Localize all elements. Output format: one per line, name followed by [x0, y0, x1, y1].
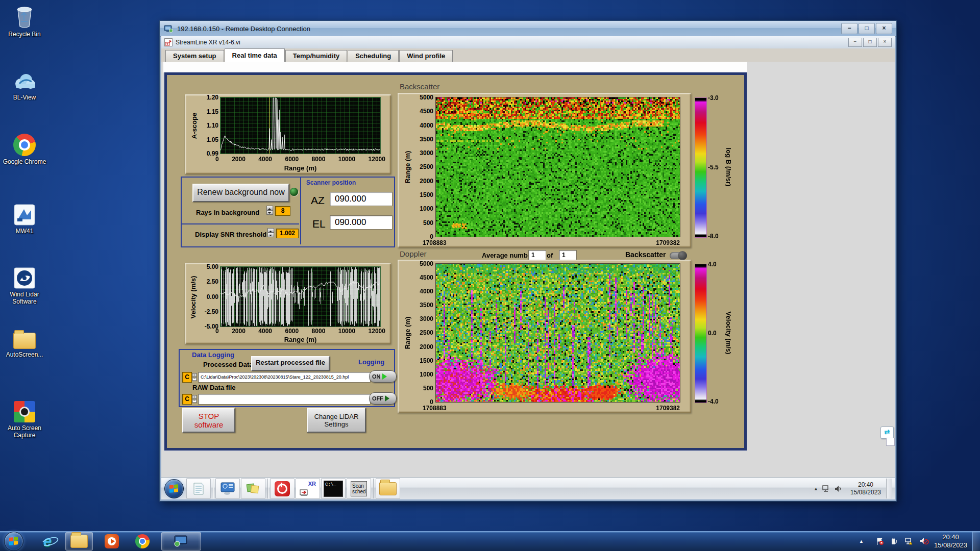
raw-logging-toggle[interactable]: OFF [369, 392, 397, 405]
change-lidar-settings-button[interactable]: Change LiDAR Settings [307, 408, 366, 433]
tab-scheduling[interactable]: Scheduling [348, 50, 399, 62]
snr-spinner[interactable] [267, 228, 274, 237]
app-window-title: StreamLine XR v14-6.vi [176, 39, 240, 46]
ascope-plot-panel: A-scope 1.201.151.101.050.99 02000400060… [185, 94, 391, 174]
spinner-up-icon[interactable] [266, 206, 273, 210]
streamline-app-window: StreamLine XR v14-6.vi − □ × System setu… [161, 36, 895, 499]
tab-real-time-data[interactable]: Real time data [225, 48, 285, 62]
remote-taskbar-command-prompt[interactable]: C:\_ [321, 478, 346, 499]
desktop: Recycle Bin BL-View Google Chrome MW41 W… [0, 0, 980, 551]
host-clock[interactable]: 20:40 15/08/2023 [934, 533, 967, 549]
desktop-icon-recycle-bin[interactable]: Recycle Bin [2, 5, 47, 38]
taskbar-internet-explorer[interactable]: e [36, 533, 59, 550]
backscatter-time-axis: 1708883 1709382 [423, 239, 680, 246]
stop-software-button[interactable]: STOP software [182, 408, 235, 433]
remote-clock: 20:40 15/08/2023 [850, 481, 881, 496]
tray-expand-icon[interactable]: ▲ [859, 539, 864, 544]
processed-drive-box[interactable]: C [182, 372, 192, 383]
remote-speaker-icon[interactable] [835, 485, 842, 492]
backscatter-toggle[interactable] [670, 252, 687, 259]
rdp-title-bar[interactable]: 192.168.0.150 - Remote Desktop Connectio… [160, 21, 896, 37]
remote-taskbar-explorer[interactable] [376, 478, 400, 499]
raw-drive-box[interactable]: C [182, 394, 192, 405]
connection-helper-icon[interactable]: ⇄ [880, 427, 894, 439]
tab-system-setup[interactable]: System setup [165, 50, 224, 62]
spinner-down-icon[interactable] [267, 233, 274, 237]
speaker-muted-icon[interactable] [920, 537, 929, 545]
of-label: of [547, 252, 553, 259]
renew-background-button[interactable]: Renew background now [192, 184, 289, 202]
desktop-icon-mw41[interactable]: MW41 [2, 204, 47, 235]
average-total-field[interactable]: 1 [559, 250, 577, 261]
backscatter-colorbar-title: log B (/m/sr) [725, 132, 732, 203]
remote-taskbar-scan-scheduler[interactable]: Scan sched [347, 478, 371, 499]
app-title-bar[interactable]: StreamLine XR v14-6.vi − □ × [161, 36, 895, 49]
app-restore-button[interactable]: □ [863, 38, 877, 47]
doppler-y-axis-label: Range (m) [404, 297, 411, 369]
show-desktop-button[interactable] [972, 532, 980, 551]
taskbar-chrome[interactable] [131, 533, 154, 550]
minimize-button[interactable]: − [841, 23, 857, 34]
el-value-field[interactable]: 090.000 [330, 215, 393, 230]
tick-label: 8000 [312, 156, 326, 162]
snr-value-field[interactable]: 1.002 [276, 229, 299, 238]
remote-taskbar-sticky-notes[interactable] [241, 478, 265, 499]
colorbar-min: -4.0 [708, 398, 725, 405]
taskbar-media-player[interactable] [100, 533, 124, 550]
desktop-icon-auto-screen-capture[interactable]: Auto Screen Capture [2, 401, 47, 439]
desktop-icon-label: Recycle Bin [8, 31, 40, 38]
tick-label: 3000 [420, 150, 433, 156]
desktop-icon-autoscreen-folder[interactable]: AutoScreen... [2, 333, 47, 358]
az-value-field[interactable]: 090.000 [330, 192, 393, 206]
tick-label: 2.50 [207, 279, 218, 285]
remote-network-icon[interactable] [822, 485, 830, 492]
folder-browse-icon[interactable] [192, 395, 197, 403]
backscatter-heatmap [436, 97, 680, 237]
start-button[interactable] [4, 532, 23, 551]
processed-path-field[interactable]: C:\Lidar\Data\Proc\2023\202308\20230815\… [198, 372, 371, 383]
rays-value-field[interactable]: 8 [275, 206, 290, 216]
remote-taskbar-notepad[interactable] [186, 478, 211, 499]
rays-spinner[interactable] [266, 206, 273, 215]
rdp-window-title: 192.168.0.150 - Remote Desktop Connectio… [177, 25, 310, 33]
average-number-field[interactable]: 1 [528, 250, 546, 261]
spinner-down-icon[interactable] [266, 210, 273, 215]
desktop-icon-google-chrome[interactable]: Google Chrome [2, 134, 47, 165]
tray-expand-icon[interactable]: ▲ [814, 486, 818, 491]
desktop-icon-label: MW41 [16, 228, 34, 235]
app-minimize-button[interactable]: − [848, 38, 862, 47]
taskbar-remote-desktop[interactable] [161, 532, 201, 550]
power-plug-icon[interactable] [890, 537, 898, 545]
backscatter-toggle-label: Backscatter [625, 251, 666, 259]
desktop-icon-wind-lidar[interactable]: Wind Lidar Software [2, 267, 47, 305]
tab-temp-humidity[interactable]: Temp/humidity [285, 50, 347, 62]
remote-start-button[interactable] [164, 479, 184, 498]
tab-wind-profile[interactable]: Wind profile [399, 50, 453, 62]
tick-label: 2000 [420, 178, 433, 184]
desktop-icon-label: AutoScreen... [6, 351, 43, 358]
restart-processed-file-button[interactable]: Restart processed file [251, 356, 330, 371]
app-close-button[interactable]: × [878, 38, 892, 47]
desktop-icon-bl-view[interactable]: BL-View [2, 70, 47, 101]
az-label: AZ [311, 194, 325, 207]
folder-browse-icon[interactable] [192, 373, 197, 381]
remote-taskbar-display-settings[interactable] [215, 478, 240, 499]
close-button[interactable]: × [876, 23, 892, 34]
scan-sched-icon: Scan sched [351, 481, 367, 496]
remote-taskbar-streamline-xr[interactable]: XR [296, 478, 320, 499]
data-logging-group: Data Logging Processed Data file Restart… [179, 349, 395, 407]
taskbar-explorer[interactable] [65, 532, 93, 550]
processed-logging-toggle[interactable]: ON [369, 370, 397, 383]
spinner-up-icon[interactable] [267, 228, 274, 233]
raw-path-field[interactable] [198, 394, 371, 405]
tick-label: 5.00 [207, 264, 218, 270]
action-center-flag-icon[interactable] [876, 537, 884, 545]
network-warning-icon[interactable] [904, 537, 914, 545]
maximize-button[interactable]: □ [859, 23, 875, 34]
media-player-icon [105, 534, 119, 548]
remote-taskbar-stop-app[interactable] [270, 478, 295, 499]
tick-label: 3500 [420, 302, 433, 308]
desktop-icon-label: Auto Screen Capture [2, 424, 47, 439]
remote-show-desktop-button[interactable] [886, 479, 892, 498]
helper-page-icon [886, 438, 895, 446]
